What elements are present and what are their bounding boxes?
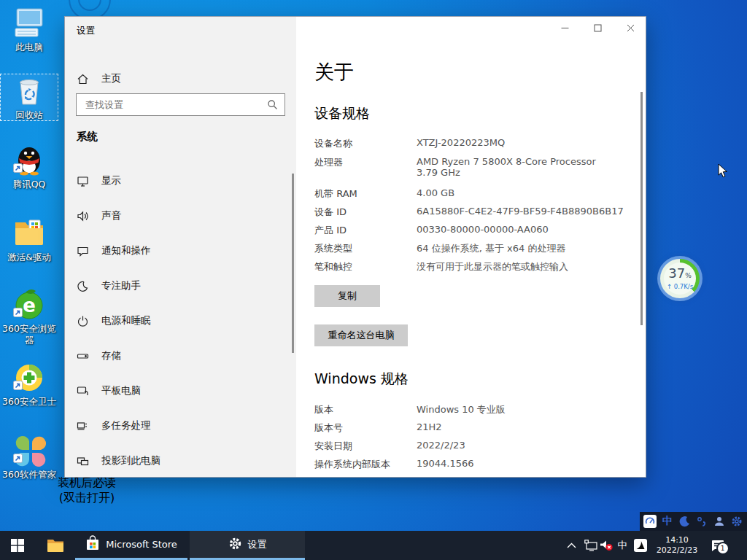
moon-icon[interactable] (678, 514, 692, 529)
shortcut-arrow-icon (13, 452, 23, 466)
settings-window: 设置 主页 系统 显示 声音 (64, 16, 646, 478)
user-icon[interactable] (712, 514, 727, 529)
sidebar-item-project[interactable]: 投影到此电脑 (65, 445, 284, 477)
minimize-button[interactable] (549, 17, 581, 39)
taskbar-button-settings[interactable]: 设置 (190, 531, 305, 560)
punctuation-icon[interactable] (694, 514, 709, 529)
taskbar-button-label: Microsoft Store (106, 539, 177, 550)
gear-icon[interactable] (729, 514, 744, 529)
display-icon (77, 175, 89, 187)
windows-specs-table: 版本 Windows 10 专业版 版本号 21H2 安装日期 2022/2/2… (314, 403, 628, 478)
spec-row: 设备 ID 6A15880F-C4E2-47F9-BF59-F4B8890B6B… (314, 206, 628, 224)
sidebar-item-storage[interactable]: 存储 (65, 340, 284, 372)
focus-assist-icon (77, 280, 89, 292)
search-icon[interactable] (267, 99, 278, 113)
shortcut-arrow-icon (13, 162, 23, 176)
desktop-icon-software-manager-360[interactable]: 360软件管家 (0, 433, 58, 481)
search-box (76, 93, 285, 116)
sidebar-item-label: 声音 (101, 209, 121, 222)
safeguard-360-icon (12, 360, 46, 394)
speed-ball-widget[interactable]: 37% ↑ 0.7K/s (657, 256, 703, 301)
taskbar-button-label: 设置 (248, 538, 267, 551)
sidebar-item-multitasking[interactable]: 多任务处理 (65, 410, 284, 442)
content-scrollbar[interactable] (640, 92, 643, 325)
sidebar-scrollbar[interactable] (292, 174, 294, 353)
tablet-icon (77, 385, 89, 397)
spec-row: 安装日期 2022/2/23 (314, 440, 628, 458)
home-icon (77, 73, 89, 85)
desktop-icon-qq[interactable]: 腾讯QQ (0, 143, 58, 190)
svg-text:e: e (23, 295, 36, 316)
desktop-icon-driver-folder[interactable]: 激活&驱动 (0, 216, 58, 263)
spec-row: 处理器 AMD Ryzen 7 5800X 8-Core Processor 3… (314, 156, 628, 187)
shortcut-arrow-icon (13, 379, 23, 393)
clock-date: 2022/2/23 (651, 545, 703, 556)
project-icon (77, 455, 89, 467)
sidebar-item-label: 电源和睡眠 (101, 314, 151, 327)
power-sleep-icon (77, 315, 89, 327)
rename-pc-button[interactable]: 重命名这台电脑 (314, 324, 408, 346)
desktop-icon-label: 装机后必读(双击打开) (57, 475, 117, 506)
desktop-icon-readme[interactable]: 装机后必读(双击打开) (57, 475, 117, 506)
ime-logo-icon[interactable] (643, 514, 657, 529)
sidebar-item-home[interactable]: 主页 (65, 63, 284, 95)
sidebar-item-notifications[interactable]: 通知和操作 (65, 235, 284, 267)
sidebar-item-tablet[interactable]: 平板电脑 (65, 375, 284, 407)
copy-button[interactable]: 复制 (314, 285, 380, 307)
window-title: 设置 (77, 25, 95, 37)
settings-content: 关于 设备规格 设备名称 XTZJ-20220223MQ 处理器 AMD Ryz… (296, 17, 646, 478)
ime-square-icon[interactable] (630, 531, 651, 560)
file-explorer-button[interactable] (38, 531, 73, 560)
sidebar-item-label: 主页 (101, 72, 121, 85)
sidebar-item-focus-assist[interactable]: 专注助手 (65, 270, 284, 302)
maximize-button[interactable] (581, 17, 614, 39)
this-pc-icon (12, 6, 46, 39)
settings-sidebar: 设置 主页 系统 显示 声音 (65, 17, 296, 478)
ime-toolbar: 中 (640, 512, 747, 531)
speed-ball-progress-ring: 37% ↑ 0.7K/s (660, 259, 700, 298)
notifications-icon (77, 245, 89, 257)
sidebar-item-label: 投影到此电脑 (101, 454, 160, 467)
desktop-icon-recycle-bin[interactable]: 回收站 (0, 74, 58, 121)
ime-indicator[interactable]: 中 (614, 531, 631, 560)
search-input[interactable] (77, 94, 268, 115)
sidebar-item-label: 存储 (101, 349, 121, 362)
sidebar-item-power-sleep[interactable]: 电源和睡眠 (65, 305, 284, 337)
desktop-icon-label: 此电脑 (0, 42, 58, 53)
spec-row: 系统类型 64 位操作系统, 基于 x64 的处理器 (314, 242, 628, 260)
shortcut-arrow-icon (13, 306, 23, 320)
recycle-bin-icon (12, 74, 46, 107)
taskbar: Microsoft Store 设置 中 14:10 2022/2/23 (0, 531, 747, 560)
sidebar-section-header: 系统 (77, 130, 98, 144)
desktop-icon-label: 360安全浏览器 (0, 323, 58, 346)
windows-specs-header: Windows 规格 (314, 370, 409, 389)
action-center-icon[interactable]: 1 (705, 531, 729, 560)
qq-icon (12, 143, 46, 176)
spec-row: 操作系统内部版本 19044.1566 (314, 458, 628, 476)
sidebar-item-label: 显示 (101, 174, 121, 187)
desktop-icon-label: 腾讯QQ (0, 179, 58, 190)
spec-row: 版本 Windows 10 专业版 (314, 403, 628, 421)
desktop-icon-this-pc[interactable]: 此电脑 (0, 6, 58, 53)
browser-360-icon: e (12, 287, 46, 321)
spec-row: 设备名称 XTZJ-20220223MQ (314, 137, 628, 156)
chinese-mode-icon[interactable]: 中 (660, 514, 675, 529)
taskbar-clock[interactable]: 14:10 2022/2/23 (651, 535, 703, 556)
microsoft-store-icon (85, 535, 100, 553)
driver-folder-icon (12, 216, 46, 249)
desktop-icon-label: 回收站 (0, 109, 58, 121)
desktop-icon-safeguard-360[interactable]: 360安全卫士 (0, 360, 58, 408)
start-button[interactable] (0, 531, 35, 560)
sidebar-item-sound[interactable]: 声音 (65, 200, 284, 232)
multitasking-icon (77, 420, 89, 432)
gear-icon (228, 537, 242, 553)
device-specs-header: 设备规格 (314, 104, 370, 123)
software-manager-360-icon (12, 433, 46, 467)
close-button[interactable] (614, 17, 646, 39)
sidebar-item-display[interactable]: 显示 (65, 165, 284, 197)
desktop-icon-browser-360[interactable]: e 360安全浏览器 (0, 287, 58, 346)
tray-show-hidden-icons[interactable] (562, 531, 581, 560)
sidebar-item-label: 平板电脑 (101, 384, 141, 397)
taskbar-button-microsoft-store[interactable]: Microsoft Store (75, 531, 187, 560)
sidebar-item-label: 多任务处理 (101, 419, 151, 432)
